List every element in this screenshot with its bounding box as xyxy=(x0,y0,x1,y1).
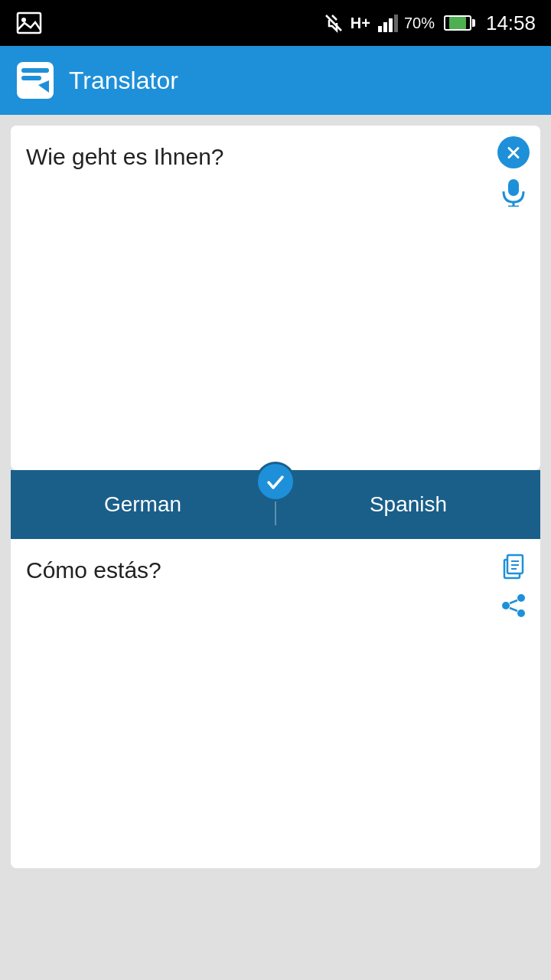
app-logo xyxy=(15,60,55,100)
svg-rect-10 xyxy=(508,179,519,196)
svg-point-20 xyxy=(517,609,525,617)
clear-button[interactable] xyxy=(497,136,530,168)
svg-rect-5 xyxy=(389,18,393,32)
svg-rect-3 xyxy=(378,26,382,32)
battery-percent: 70% xyxy=(404,15,435,32)
share-icon xyxy=(500,592,527,619)
svg-rect-6 xyxy=(394,15,398,32)
signal-icon xyxy=(377,12,398,34)
app-bar: Translator xyxy=(0,46,551,115)
mic-icon xyxy=(500,178,527,207)
input-textarea[interactable] xyxy=(11,126,540,470)
mute-icon xyxy=(323,12,344,34)
status-bar-left xyxy=(15,9,43,37)
network-type-icon: H+ xyxy=(350,15,370,32)
output-panel xyxy=(11,539,540,868)
target-language-button[interactable]: Spanish xyxy=(276,470,540,539)
time-display: 14:58 xyxy=(486,11,536,35)
status-bar: H+ 70% 14:58 xyxy=(0,0,551,46)
svg-rect-4 xyxy=(383,22,387,32)
swap-button[interactable] xyxy=(256,462,295,501)
output-textarea xyxy=(11,539,540,868)
svg-rect-8 xyxy=(21,68,49,73)
status-bar-right: H+ 70% 14:58 xyxy=(323,11,536,35)
share-button[interactable] xyxy=(497,590,530,622)
svg-line-22 xyxy=(510,608,517,611)
input-panel xyxy=(11,126,540,470)
app-title: Translator xyxy=(69,67,178,95)
svg-point-18 xyxy=(517,594,525,602)
svg-point-19 xyxy=(502,602,510,609)
battery-icon xyxy=(441,15,475,31)
svg-rect-9 xyxy=(21,76,41,80)
checkmark-icon xyxy=(265,471,286,492)
svg-line-21 xyxy=(510,600,517,603)
copy-icon xyxy=(500,552,527,580)
mic-button[interactable] xyxy=(497,176,530,208)
svg-rect-0 xyxy=(18,13,41,33)
source-language-button[interactable]: German xyxy=(11,470,275,539)
image-icon xyxy=(15,9,43,37)
copy-button[interactable] xyxy=(497,550,530,582)
svg-point-1 xyxy=(21,18,26,22)
language-bar: German Spanish xyxy=(11,470,540,539)
